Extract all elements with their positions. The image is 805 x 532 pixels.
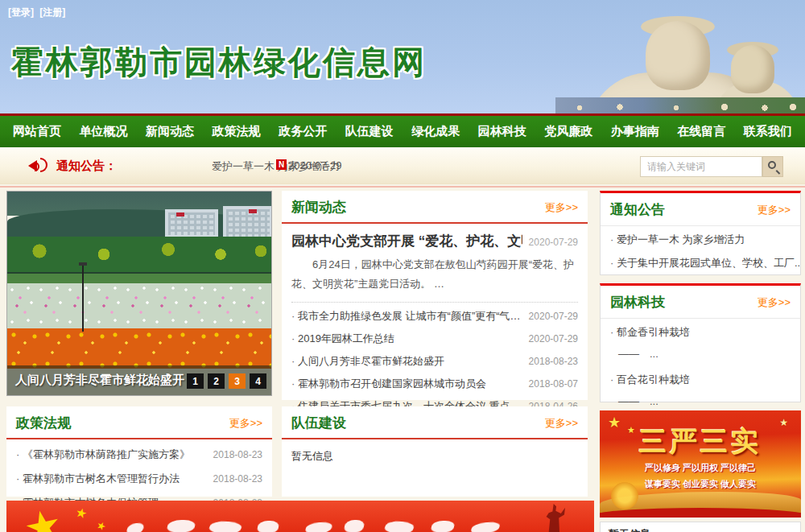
policy-item-link[interactable]: 《霍林郭勒市林荫路推广实施方案》 (16, 447, 190, 462)
carousel-photo-flower-band-orange (7, 328, 271, 369)
bottom-box-empty-text: 暂无信息 (601, 522, 800, 532)
news-item-link[interactable]: 2019年园林工作总结 (291, 332, 394, 346)
carousel-photo-building (223, 206, 272, 240)
policy-panel-header: 政策法规 更多>> (6, 406, 272, 439)
news-list-item: 人间八月芳非尽霍市鲜花始盛开 2018-08-23 (282, 350, 588, 373)
nav-item-message-board[interactable]: 在线留言 (677, 124, 725, 139)
notice-item-link[interactable]: 爱护一草一木 为家乡增活力 (601, 226, 800, 250)
policy-item-link[interactable]: 霍林郭勒市古树名木管理暂行办法 (16, 472, 180, 486)
policy-item-date: 2018-08-23 (213, 473, 262, 485)
policy-list-item: 霍林郭勒市古树名木管理暂行办法 2018-08-23 (6, 467, 272, 491)
carousel-photo-building (165, 209, 218, 238)
carousel-photo-sign (176, 212, 184, 217)
site-header: [登录] [注册] 霍林郭勒市园林绿化信息网 (0, 0, 805, 113)
search-input[interactable] (640, 156, 762, 177)
calligraphy-stroke (343, 520, 365, 532)
carousel-photo-flower-band-light (7, 283, 271, 328)
news-item-link[interactable]: 我市全力助推绿色发展 让城市有“颜值”更有“气质” (291, 309, 521, 324)
news-list: 我市全力助推绿色发展 让城市有“颜值”更有“气质” 2020-07-29 201… (282, 303, 588, 418)
news-item-link[interactable]: 霍林郭勒市召开创建国家园林城市动员会 (291, 377, 486, 391)
bottom-right-box: 暂无信息 (600, 522, 801, 532)
team-panel-header: 队伍建设 更多>> (282, 406, 588, 439)
featured-article-date: 2020-07-29 (529, 237, 578, 248)
star-icon: ★ (74, 504, 89, 522)
bottom-red-banner[interactable]: ★ ★ ★ ★ (6, 501, 594, 532)
notices-more-link[interactable]: 更多>> (758, 203, 791, 217)
genghis-khan-statues-image (555, 0, 805, 113)
calligraphy-stroke (430, 521, 456, 532)
carousel-caption[interactable]: 人间八月芳非尽霍市鲜花始盛开 (15, 373, 184, 388)
register-link[interactable]: [注册] (39, 6, 65, 18)
nav-item-home[interactable]: 网站首页 (13, 124, 61, 139)
notice-label: 通知公告： (56, 159, 117, 174)
pager-4[interactable]: 4 (250, 373, 266, 389)
news-item-date: 2020-07-29 (529, 311, 578, 322)
garden-tech-more-link[interactable]: 更多>> (758, 295, 791, 310)
search-icon (768, 161, 776, 169)
tech-item-link[interactable]: 郁金香引种栽培 (601, 319, 800, 342)
calligraphy-stroke (126, 522, 145, 532)
new-badge-icon: N (276, 159, 287, 170)
nav-item-policy[interactable]: 政策法规 (213, 124, 261, 139)
notice-item-link[interactable]: 关于集中开展花园式单位、学校、工厂... (601, 250, 800, 273)
team-more-link[interactable]: 更多>> (545, 416, 578, 431)
news-item-date: 2018-08-23 (529, 356, 578, 367)
notices-box: 通知公告 更多>> 爱护一草一木 为家乡增活力 关于集中开展花园式单位、学校、工… (600, 191, 801, 275)
nav-item-greening-results[interactable]: 绿化成果 (411, 124, 460, 139)
nav-item-party-conduct[interactable]: 党风廉政 (544, 124, 592, 139)
banner-line1: 严以修身 严以用权 严以律己 (600, 462, 801, 474)
team-empty-text: 暂无信息 (282, 439, 588, 473)
garden-tech-box: 园林科技 更多>> 郁金香引种栽培 —— ... 百合花引种栽培 —— ... (600, 283, 801, 402)
news-more-link[interactable]: 更多>> (545, 200, 578, 215)
calligraphy-stroke (257, 521, 280, 532)
news-panel-header: 新闻动态 更多>> (282, 191, 588, 224)
pager-1[interactable]: 1 (187, 373, 204, 389)
policy-panel-title: 政策法规 (16, 414, 71, 432)
nav-item-news[interactable]: 新闻动态 (146, 124, 194, 139)
garden-tech-header: 园林科技 更多>> (601, 286, 800, 319)
ticker-date: 2020-07-29 (288, 159, 342, 171)
search-button[interactable] (762, 156, 783, 177)
team-panel: 队伍建设 更多>> 暂无信息 (282, 406, 588, 497)
nav-item-team[interactable]: 队伍建设 (345, 124, 394, 139)
tech-item-link[interactable]: 百合花引种栽培 (601, 366, 800, 390)
page: [登录] [注册] 霍林郭勒市园林绿化信息网 网站首页 单位概况 新闻动态 政策… (0, 0, 805, 532)
policy-more-link[interactable]: 更多>> (229, 416, 262, 431)
news-item-link[interactable]: 人间八月芳非尽霍市鲜花始盛开 (291, 354, 444, 369)
featured-article-title[interactable]: 园林中心党支部开展 “爱花、护花、文明… (291, 232, 522, 250)
calligraphy-stroke (470, 522, 502, 532)
notices-box-title: 通知公告 (610, 200, 665, 219)
yurt-dots (555, 101, 805, 112)
login-link[interactable]: [登录] (8, 6, 34, 18)
star-icon: ★ (94, 518, 108, 532)
photo-carousel[interactable]: 人间八月芳非尽霍市鲜花始盛开 1 2 3 4 (6, 191, 272, 396)
three-stricts-banner[interactable]: ★ ★ ★ 三严三实 严以修身 严以用权 严以律己 谋事要实 创业要实 做人要实 (600, 410, 801, 518)
statue-small-head (731, 45, 774, 93)
news-list-item: 2019年园林工作总结 2020-07-29 (282, 328, 588, 350)
auth-links: [登录] [注册] (8, 6, 68, 19)
red-ribbon-graphic (600, 508, 801, 518)
pager-2[interactable]: 2 (208, 373, 225, 389)
carousel-photo-sign (249, 209, 257, 213)
nav-item-about[interactable]: 单位概况 (80, 124, 128, 139)
news-panel-title: 新闻动态 (291, 198, 346, 217)
notices-box-header: 通知公告 更多>> (601, 193, 800, 226)
policy-panel: 政策法规 更多>> 《霍林郭勒市林荫路推广实施方案》 2018-08-23 霍林… (6, 406, 272, 497)
party-emblem-graphic (611, 482, 638, 509)
worker-statue-silhouette (544, 504, 565, 532)
garden-tech-title: 园林科技 (610, 293, 665, 311)
nav-item-contact[interactable]: 联系我们 (744, 124, 792, 139)
team-panel-title: 队伍建设 (291, 414, 346, 432)
carousel-photo-trees (7, 237, 271, 274)
nav-item-garden-tech[interactable]: 园林科技 (478, 124, 526, 139)
calligraphy-stroke (207, 521, 243, 532)
news-list-item: 我市全力助推绿色发展 让城市有“颜值”更有“气质” 2020-07-29 (282, 305, 588, 328)
news-item-date: 2018-08-07 (529, 378, 578, 390)
policy-list-item: 《霍林郭勒市林荫路推广实施方案》 2018-08-23 (6, 443, 272, 467)
featured-article-summary: 6月24日，园林中心党支部在敖包山芍药园开展“爱花、护花、文明赏花”主题党日活动… (291, 252, 578, 303)
carousel-pager: 1 2 3 4 (183, 373, 266, 389)
nav-item-service-guide[interactable]: 办事指南 (611, 124, 659, 139)
pager-3-active[interactable]: 3 (229, 373, 246, 389)
carousel-photo-sprinkler (82, 262, 84, 332)
nav-item-gov-affairs[interactable]: 政务公开 (279, 124, 327, 139)
